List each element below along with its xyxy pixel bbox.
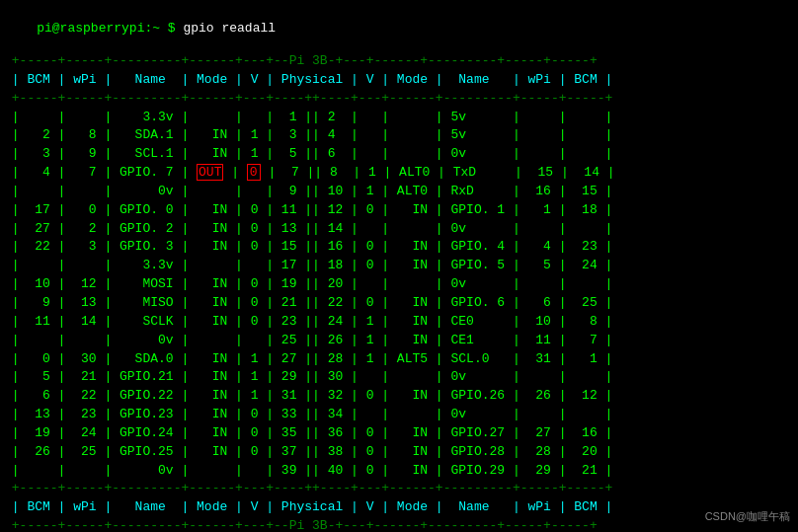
table-row: | 26 | 25 | GPIO.25 | IN | 0 | 37 || 38 … (4, 443, 794, 462)
table-row: | 11 | 14 | SCLK | IN | 0 | 23 || 24 | 1… (4, 313, 794, 332)
sep-bot: +-----+-----+---------+------+---+----++… (4, 480, 794, 498)
table-row: | 19 | 24 | GPIO.24 | IN | 0 | 35 || 36 … (4, 424, 794, 443)
table-row: | 13 | 23 | GPIO.23 | IN | 0 | 33 || 34 … (4, 406, 794, 424)
table-row: | 5 | 21 | GPIO.21 | IN | 1 | 29 || 30 |… (4, 368, 794, 387)
table-row: | | | 0v | | | 39 || 40 | 0 | IN | GPIO.… (4, 462, 794, 481)
prompt-user: pi@raspberrypi:~ $ (37, 21, 183, 36)
sep-footer: +-----+-----+---------+------+---+--Pi 3… (4, 517, 794, 532)
watermark: CSDN@咖哩午稿 (705, 509, 790, 524)
out-highlight: OUT (197, 164, 223, 181)
table-row: | 9 | 13 | MISO | IN | 0 | 21 || 22 | 0 … (4, 294, 794, 313)
zero-highlight: 0 (247, 164, 261, 181)
table-row: | 3 | 9 | SCL.1 | IN | 1 | 5 || 6 | | | … (4, 145, 794, 164)
table-row: | 0 | 30 | SDA.0 | IN | 1 | 27 || 28 | 1… (4, 350, 794, 369)
table-row-gpio7: | 4 | 7 | GPIO. 7 | OUT | 0 | 7 || 8 | 1… (4, 164, 794, 183)
table-row: | 6 | 22 | GPIO.22 | IN | 1 | 31 || 32 |… (4, 387, 794, 406)
table-row: | | | 3.3v | | | 1 || 2 | | | 5v | | | (4, 109, 794, 127)
table-row: | 27 | 2 | GPIO. 2 | IN | 0 | 13 || 14 |… (4, 220, 794, 239)
table-row: | 10 | 12 | MOSI | IN | 0 | 19 || 20 | |… (4, 275, 794, 294)
sep-top: +-----+-----+---------+------+---+--Pi 3… (4, 52, 794, 71)
header-row: | BCM | wPi | Name | Mode | V | Physical… (4, 71, 794, 90)
sep-mid: +-----+-----+---------+------+---+----++… (4, 90, 794, 109)
prompt-command: gpio readall (183, 21, 276, 36)
table-row: | | | 3.3v | | | 17 || 18 | 0 | IN | GPI… (4, 257, 794, 275)
table-row: | 2 | 8 | SDA.1 | IN | 1 | 3 || 4 | | | … (4, 126, 794, 145)
terminal: pi@raspberrypi:~ $ gpio readall +-----+-… (0, 0, 798, 532)
table-row: | 22 | 3 | GPIO. 3 | IN | 0 | 15 || 16 |… (4, 238, 794, 257)
table-row: | 17 | 0 | GPIO. 0 | IN | 0 | 11 || 12 |… (4, 201, 794, 220)
table-row: | | | 0v | | | 9 || 10 | 1 | ALT0 | RxD … (4, 183, 794, 201)
footer-header-row: | BCM | wPi | Name | Mode | V | Physical… (4, 498, 794, 517)
prompt-line: pi@raspberrypi:~ $ gpio readall (2, 4, 796, 52)
table-row: | | | 0v | | | 25 || 26 | 1 | IN | CE1 |… (4, 332, 794, 350)
gpio-table: +-----+-----+---------+------+---+--Pi 3… (2, 52, 796, 532)
